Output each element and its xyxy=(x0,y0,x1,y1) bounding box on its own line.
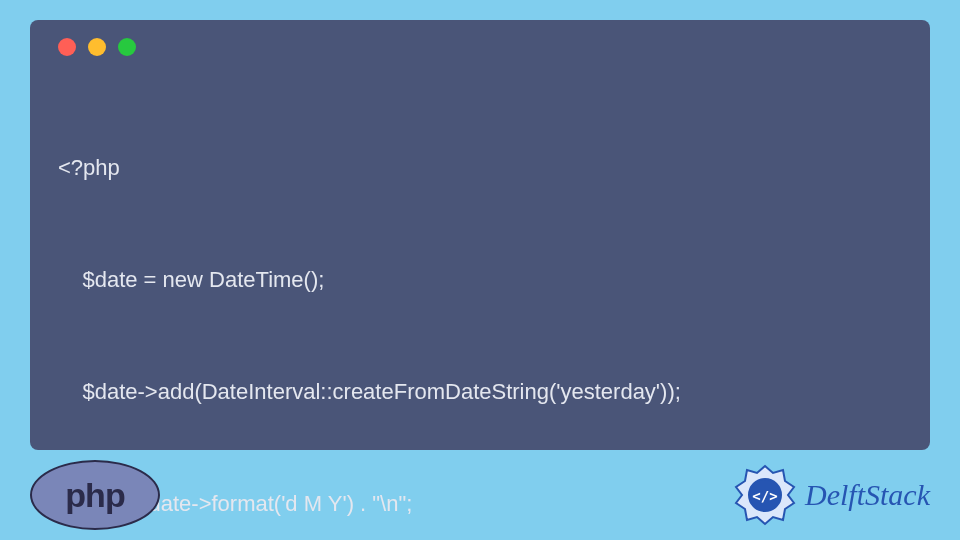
svg-text:</>: </> xyxy=(752,488,777,504)
code-line: <?php xyxy=(58,149,902,186)
maximize-icon xyxy=(118,38,136,56)
footer: php </> DelftStack xyxy=(0,460,960,540)
brand: </> DelftStack xyxy=(733,463,930,527)
close-icon xyxy=(58,38,76,56)
code-window: <?php $date = new DateTime(); $date->add… xyxy=(30,20,930,450)
code-line: $date = new DateTime(); xyxy=(58,261,902,298)
brand-icon: </> xyxy=(733,463,797,527)
minimize-icon xyxy=(88,38,106,56)
brand-text: DelftStack xyxy=(805,478,930,512)
window-titlebar xyxy=(58,38,902,56)
code-line: $date->add(DateInterval::createFromDateS… xyxy=(58,373,902,410)
php-logo-text: php xyxy=(65,476,124,515)
php-logo: php xyxy=(30,460,160,530)
